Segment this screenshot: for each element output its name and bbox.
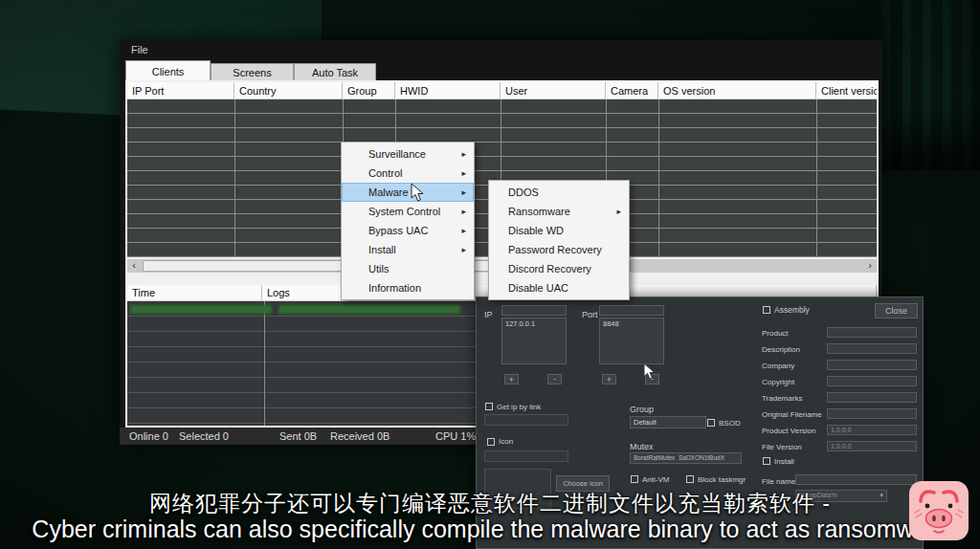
menu-item-information[interactable]: Information (342, 278, 474, 297)
field-label-product-version: Product Version (762, 427, 815, 435)
status-item: Selected 0 (179, 430, 229, 442)
mutex-label: Mutex (630, 442, 654, 451)
scroll-right-icon[interactable]: › (863, 259, 877, 273)
column-header[interactable]: User (501, 82, 606, 99)
menu-file[interactable]: File (131, 44, 148, 55)
table-row (127, 99, 877, 114)
column-header[interactable]: Client version (816, 82, 877, 99)
context-menu: Surveillance▸Control▸Malware▸System Cont… (341, 142, 475, 300)
mouse-cursor-menu (411, 183, 424, 203)
assembly-label: Assembly (774, 305, 810, 315)
subtitle-english: Cyber criminals can also specifically co… (0, 516, 980, 543)
submenu-item-ransomware[interactable]: Ransomware▸ (489, 202, 629, 221)
tab-clients[interactable]: Clients (125, 60, 211, 80)
file-name-label: File name (762, 477, 795, 486)
column-header[interactable]: Time (127, 285, 262, 301)
pig-logo (909, 481, 969, 540)
ip-input[interactable] (501, 305, 567, 316)
ip-add-button[interactable]: + (504, 374, 519, 384)
menu-item-surveillance[interactable]: Surveillance▸ (342, 144, 474, 164)
icon-label: Icon (499, 437, 513, 446)
background-striped-panel (882, 0, 980, 170)
get-ip-by-link-checkbox[interactable] (485, 403, 493, 410)
tab-auto-task[interactable]: Auto Task (294, 63, 376, 80)
submenu-arrow-icon: ▸ (461, 144, 466, 164)
group-input[interactable]: Default (630, 416, 706, 428)
subtitle-chinese: 网络犯罪分子还可以专门编译恶意软件二进制文件以充当勒索软件 - (0, 489, 980, 518)
submenu-item-password-recovery[interactable]: Password Recovery (489, 240, 629, 259)
mutex-value: BoratRatMutex_SaDXON1tBudX (631, 453, 741, 461)
field-input-description[interactable] (827, 343, 917, 354)
column-header[interactable]: HWID (395, 82, 501, 99)
table-row (127, 128, 877, 143)
field-input-copyright[interactable] (827, 376, 917, 386)
bsod-label: BSOD (719, 419, 741, 428)
field-input-product[interactable] (827, 327, 917, 338)
clients-table-header: IP PortCountryGroupHWIDUserCameraOS vers… (127, 82, 877, 99)
field-input-original-filename[interactable] (827, 408, 917, 419)
column-divider (658, 99, 659, 257)
block-taskmgr-checkbox[interactable] (686, 475, 694, 483)
install-label: Install (774, 457, 794, 466)
bsod-checkbox[interactable] (707, 419, 715, 427)
submenu-item-ddos[interactable]: DDOS (489, 183, 629, 202)
field-label-trademarks: Trademarks (762, 394, 802, 403)
field-label-original-filename: Original Filename (762, 410, 822, 419)
submenu-item-disable-wd[interactable]: Disable WD (489, 221, 629, 240)
screenshot-stage: File ClientsScreensAuto Task IP PortCoun… (0, 0, 980, 549)
field-input-file-version[interactable]: 1.0.0.0 (827, 441, 917, 451)
port-listbox[interactable]: 8848 (599, 318, 664, 364)
menu-item-system-control[interactable]: System Control▸ (342, 202, 474, 221)
port-input[interactable] (599, 305, 664, 316)
ip-remove-button[interactable]: - (547, 374, 562, 384)
field-input-trademarks[interactable] (827, 392, 917, 403)
field-input-company[interactable] (827, 360, 917, 370)
log-entry-text-blurred (278, 305, 460, 314)
submenu-arrow-icon: ▸ (461, 183, 466, 202)
file-name-input[interactable] (795, 474, 917, 485)
mutex-input[interactable]: BoratRatMutex_SaDXON1tBudX (630, 452, 742, 464)
close-button[interactable]: Close (875, 303, 918, 318)
submenu-item-discord-recovery[interactable]: Discord Recovery (489, 259, 629, 278)
menu-item-malware[interactable]: Malware▸ (342, 183, 474, 202)
submenu-arrow-icon: ▸ (461, 221, 466, 240)
column-header[interactable]: Country (234, 82, 343, 99)
scroll-left-icon[interactable]: ‹ (127, 259, 141, 273)
field-value: 1.0.0.0 (828, 426, 916, 433)
field-label-product: Product (762, 329, 789, 338)
install-checkbox[interactable] (763, 457, 770, 465)
anti-vm-checkbox[interactable] (631, 475, 638, 483)
icon-path-input[interactable] (484, 450, 568, 462)
column-header[interactable]: Camera (606, 82, 658, 99)
menu-item-install[interactable]: Install▸ (342, 240, 474, 259)
submenu-arrow-icon: ▸ (461, 240, 466, 259)
field-label-company: Company (762, 362, 794, 370)
field-value: 1.0.0.0 (828, 442, 916, 450)
icon-checkbox[interactable] (487, 438, 495, 446)
port-list-item[interactable]: 8848 (600, 318, 663, 328)
column-header[interactable]: Group (343, 82, 395, 99)
get-ip-by-link-label: Get ip by link (497, 403, 541, 411)
menu-item-bypass-uac[interactable]: Bypass UAC▸ (342, 221, 474, 240)
submenu-item-disable-uac[interactable]: Disable UAC (489, 278, 629, 297)
field-label-file-version: File Version (762, 443, 802, 451)
table-row (127, 114, 877, 128)
ip-list-item[interactable]: 127.0.0.1 (502, 318, 566, 328)
tab-screens[interactable]: Screens (211, 63, 294, 80)
assembly-checkbox[interactable] (763, 306, 770, 314)
column-divider (234, 99, 235, 257)
ip-link-input[interactable] (484, 414, 568, 426)
submenu-arrow-icon: ▸ (461, 164, 466, 183)
menu-item-utils[interactable]: Utils (342, 259, 474, 278)
column-header[interactable]: OS version (658, 82, 816, 99)
menu-item-control[interactable]: Control▸ (342, 164, 474, 183)
port-add-button[interactable]: + (602, 374, 616, 384)
ip-listbox[interactable]: 127.0.0.1 (501, 318, 567, 364)
menu-bar: File (120, 40, 882, 61)
submenu-arrow-icon: ▸ (461, 202, 466, 221)
field-input-product-version[interactable]: 1.0.0.0 (827, 425, 917, 435)
port-label: Port (582, 310, 598, 319)
group-label: Group (630, 405, 654, 414)
field-label-copyright: Copyright (762, 378, 794, 386)
column-header[interactable]: IP Port (127, 82, 234, 99)
